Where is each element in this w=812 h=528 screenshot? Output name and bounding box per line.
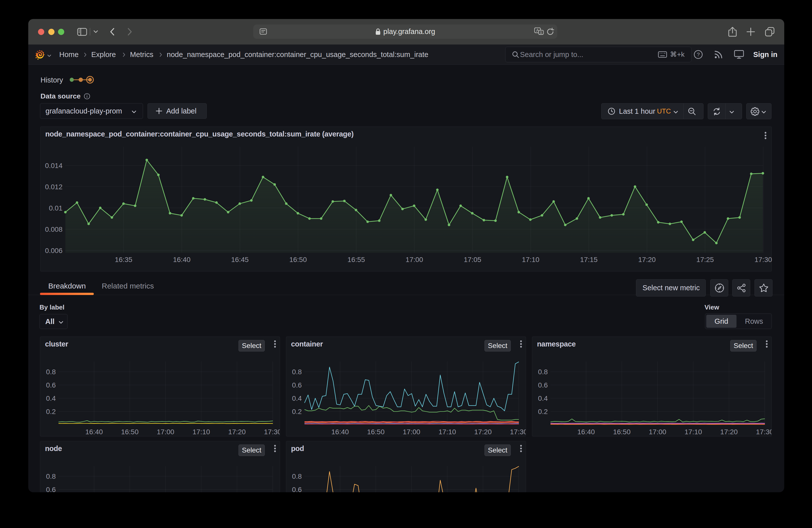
svg-text:17:10: 17:10: [438, 428, 456, 436]
svg-text:16:50: 16:50: [289, 256, 307, 264]
svg-text:17:20: 17:20: [720, 428, 738, 436]
svg-text:0.4: 0.4: [538, 395, 548, 402]
svg-text:16:40: 16:40: [331, 428, 349, 436]
svg-text:17:15: 17:15: [580, 256, 597, 264]
svg-text:17:10: 17:10: [192, 428, 210, 436]
svg-text:16:40: 16:40: [577, 428, 595, 436]
svg-text:0.2: 0.2: [292, 408, 302, 415]
svg-text:0.8: 0.8: [46, 472, 56, 480]
svg-text:16:50: 16:50: [121, 428, 139, 436]
svg-text:0.8: 0.8: [292, 472, 302, 480]
svg-text:0.2: 0.2: [46, 408, 56, 415]
svg-text:0.8: 0.8: [292, 368, 302, 376]
svg-text:16:50: 16:50: [613, 428, 630, 436]
svg-text:17:00: 17:00: [157, 428, 174, 436]
svg-text:0.014: 0.014: [45, 162, 62, 170]
svg-text:17:00: 17:00: [649, 428, 666, 436]
svg-text:17:30: 17:30: [264, 428, 280, 436]
svg-text:17:20: 17:20: [638, 256, 656, 264]
svg-text:0.8: 0.8: [46, 368, 56, 376]
svg-text:17:10: 17:10: [522, 256, 539, 264]
svg-text:17:30: 17:30: [754, 256, 772, 264]
svg-text:17:00: 17:00: [403, 428, 420, 436]
svg-text:16:40: 16:40: [173, 256, 190, 264]
svg-text:0.6: 0.6: [538, 381, 548, 389]
svg-text:17:30: 17:30: [510, 428, 526, 436]
svg-text:17:20: 17:20: [474, 428, 492, 436]
svg-text:17:25: 17:25: [696, 256, 714, 264]
svg-text:0.01: 0.01: [49, 204, 63, 212]
svg-text:17:20: 17:20: [228, 428, 246, 436]
svg-text:?: ?: [697, 52, 700, 57]
svg-text:文: 文: [539, 31, 543, 34]
svg-text:0.8: 0.8: [538, 368, 548, 376]
svg-text:16:50: 16:50: [367, 428, 385, 436]
svg-text:17:30: 17:30: [756, 428, 771, 436]
svg-text:0.6: 0.6: [46, 381, 56, 389]
svg-text:17:10: 17:10: [684, 428, 702, 436]
svg-text:0.6: 0.6: [46, 486, 56, 492]
svg-text:16:35: 16:35: [115, 256, 132, 264]
svg-text:16:45: 16:45: [231, 256, 249, 264]
svg-text:0.012: 0.012: [45, 183, 62, 191]
svg-text:16:40: 16:40: [85, 428, 103, 436]
svg-text:0.2: 0.2: [538, 408, 548, 415]
svg-text:0.008: 0.008: [45, 225, 62, 233]
svg-text:0.6: 0.6: [292, 381, 302, 389]
svg-text:0.006: 0.006: [45, 247, 62, 254]
svg-text:16:55: 16:55: [348, 256, 365, 264]
svg-text:0.6: 0.6: [292, 486, 302, 492]
svg-text:0.4: 0.4: [292, 395, 302, 402]
svg-text:17:05: 17:05: [464, 256, 481, 264]
svg-text:17:00: 17:00: [406, 256, 423, 264]
svg-text:0.4: 0.4: [46, 395, 56, 402]
